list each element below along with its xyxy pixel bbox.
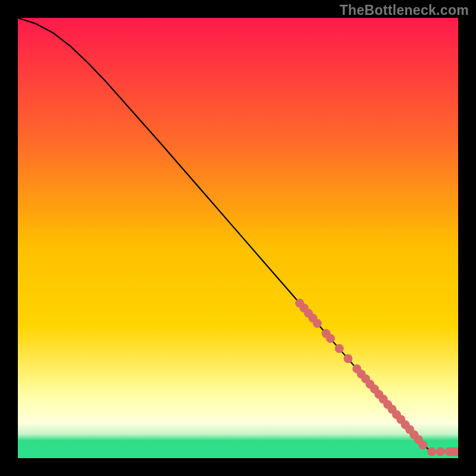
data-point — [436, 447, 445, 456]
data-point — [313, 319, 322, 328]
gradient-background — [18, 18, 458, 458]
plot-area — [18, 18, 458, 458]
data-point — [427, 447, 436, 456]
data-point — [326, 334, 335, 343]
chart-svg — [18, 18, 458, 458]
data-point — [335, 344, 344, 353]
attribution-text: TheBottleneck.com — [340, 2, 469, 18]
data-point — [344, 354, 353, 363]
data-point — [418, 440, 427, 449]
chart-frame: TheBottleneck.com — [0, 0, 476, 476]
